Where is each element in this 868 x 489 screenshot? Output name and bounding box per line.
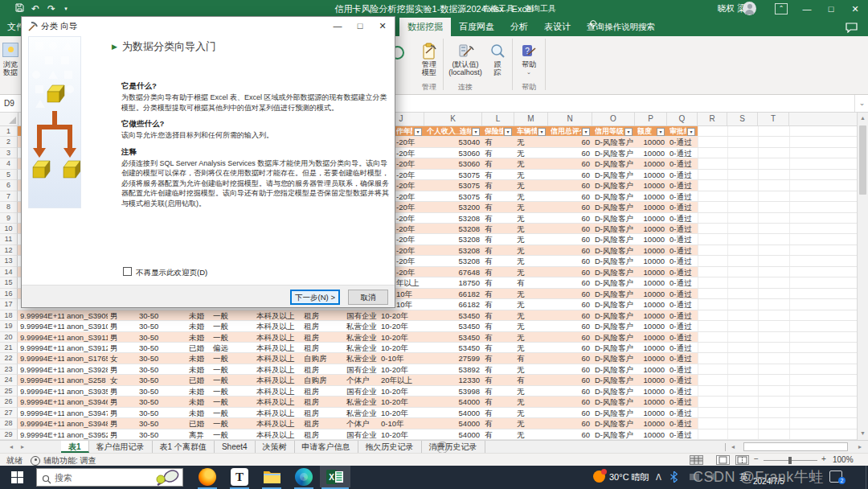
cell-O8[interactable]: D-风险客户 <box>592 202 635 212</box>
row-header-9[interactable]: 9 <box>0 213 18 224</box>
next-button[interactable]: 下一步(N) > <box>290 290 340 305</box>
cell-M2[interactable]: 无 <box>514 137 548 147</box>
cell-N29[interactable]: 60 <box>548 429 592 440</box>
cell-N21[interactable]: 60 <box>548 343 592 353</box>
row-header-29[interactable]: 29 <box>0 429 18 440</box>
cell-A27[interactable]: 9.99994E+11 <box>18 408 64 418</box>
cell-P11[interactable]: 10000 <box>635 234 667 244</box>
row-header-7[interactable]: 7 <box>0 191 18 202</box>
cell-O10[interactable]: D-风险客户 <box>592 224 635 234</box>
notification-icon[interactable]: 2 <box>829 471 842 483</box>
sheet-nav-right-icon[interactable]: ▸ <box>21 443 24 450</box>
cell-J19[interactable]: 10-20年 <box>379 321 424 331</box>
cell-J23[interactable]: 10-20年 <box>379 364 424 375</box>
cell-N11[interactable]: 60 <box>548 234 592 244</box>
cell-F28[interactable]: 一般 <box>211 418 254 429</box>
taskbar-search[interactable]: 搜索 <box>36 468 183 487</box>
cancel-button[interactable]: 取消 <box>348 290 388 305</box>
cell-A19[interactable]: 9.99994E+11 <box>18 321 64 331</box>
cell-P12[interactable]: 10000 <box>635 245 667 256</box>
cell-J28[interactable]: 0-10年 <box>379 418 424 429</box>
row-header-4[interactable]: 4 <box>0 158 18 169</box>
cell-J14[interactable]: -20年 <box>396 267 424 277</box>
row-header-26[interactable]: 26 <box>0 397 18 407</box>
cell-N24[interactable]: 60 <box>548 375 592 385</box>
cell-I24[interactable]: 个体户 <box>344 375 379 385</box>
cell-P5[interactable]: 10000 <box>635 170 667 180</box>
cell-J22[interactable]: 0-10年 <box>379 353 424 364</box>
cell-K22[interactable]: 27599 <box>424 353 482 364</box>
file-explorer-icon[interactable] <box>263 469 281 488</box>
cell-E18[interactable]: 未婚 <box>186 310 211 321</box>
cell-P17[interactable]: 10000 <box>635 299 667 310</box>
cell-P8[interactable]: 10000 <box>635 202 667 212</box>
cell-M20[interactable]: 无 <box>514 332 548 343</box>
sheet-tab-表1[interactable]: 表1 <box>61 441 89 453</box>
cell-Q2[interactable]: 0-通过 <box>667 137 698 147</box>
cell-P21[interactable]: 10000 <box>635 343 667 353</box>
cell-P23[interactable]: 10000 <box>635 364 667 375</box>
cell-Q22[interactable]: 0-通过 <box>667 353 698 364</box>
cell-H26[interactable]: 租房 <box>301 397 344 407</box>
cell-Q5[interactable]: 0-通过 <box>667 170 698 180</box>
cell-G28[interactable]: 本科及以上 <box>254 418 301 429</box>
cell-H29[interactable]: 租房 <box>301 429 344 440</box>
cell-J2[interactable]: -20年 <box>396 137 424 147</box>
cell-E22[interactable]: 未婚 <box>186 353 211 364</box>
cell-O25[interactable]: D-风险客户 <box>592 386 635 397</box>
cell-E27[interactable]: 未婚 <box>186 408 211 418</box>
cell-P27[interactable]: 10000 <box>635 408 667 418</box>
filter-button[interactable]: ▾ <box>504 128 512 136</box>
cell-I23[interactable]: 国有企业 <box>344 364 379 375</box>
page-layout-view-icon[interactable] <box>716 455 730 465</box>
cell-F19[interactable]: 一般 <box>211 321 254 331</box>
cell-C27[interactable]: 男 <box>108 408 137 418</box>
cell-O21[interactable]: D-风险客户 <box>592 343 635 353</box>
cell-P7[interactable]: 10000 <box>635 191 667 202</box>
cell-P24[interactable]: 10000 <box>635 375 667 385</box>
cell-J13[interactable]: -20年 <box>396 256 424 266</box>
sheet-tab-拖欠历史记录[interactable]: 拖欠历史记录 <box>358 441 422 453</box>
cell-I21[interactable]: 私营企业 <box>344 343 379 353</box>
cell-P4[interactable]: 10000 <box>635 158 667 169</box>
cell-L12[interactable]: 有 <box>482 245 514 256</box>
cell-J16[interactable]: 10年 <box>396 289 424 299</box>
cell-L21[interactable]: 有 <box>482 343 514 353</box>
cell-M18[interactable]: 无 <box>514 310 548 321</box>
cell-N28[interactable]: 60 <box>548 418 592 429</box>
undo-icon[interactable]: ↶ <box>29 2 42 15</box>
checkbox-icon[interactable] <box>123 267 132 276</box>
cell-Q8[interactable]: 0-通过 <box>667 202 698 212</box>
cell-H22[interactable]: 自购房 <box>301 353 344 364</box>
cell-C26[interactable]: 男 <box>108 397 137 407</box>
cell-E25[interactable]: 未婚 <box>186 386 211 397</box>
cell-P20[interactable]: 10000 <box>635 332 667 343</box>
cell-M9[interactable]: 无 <box>514 213 548 224</box>
cell-O27[interactable]: D-风险客户 <box>592 408 635 418</box>
zoom-in-icon[interactable]: + <box>821 454 826 463</box>
cell-M28[interactable]: 无 <box>514 418 548 429</box>
row-header-21[interactable]: 21 <box>0 343 18 353</box>
cell-N6[interactable]: 60 <box>548 180 592 191</box>
cell-C20[interactable]: 男 <box>108 332 137 343</box>
column-header-L[interactable]: L <box>482 113 514 125</box>
filter-button[interactable]: ▾ <box>414 128 422 136</box>
cell-J26[interactable]: 10-20年 <box>379 397 424 407</box>
cell-K5[interactable]: 53075 <box>424 170 482 180</box>
cell-O26[interactable]: D-风险客户 <box>592 397 635 407</box>
cell-J11[interactable]: -20年 <box>396 234 424 244</box>
cell-A22[interactable]: 9.99994E+11 <box>18 353 64 364</box>
cell-L4[interactable]: 有 <box>482 158 514 169</box>
cell-J18[interactable]: 10-20年 <box>379 310 424 321</box>
cell-Q19[interactable]: 0-通过 <box>667 321 698 331</box>
row-header-23[interactable]: 23 <box>0 364 18 375</box>
cell-L2[interactable]: 有 <box>482 137 514 147</box>
cell-K12[interactable]: 53208 <box>424 245 482 256</box>
cell-J4[interactable]: -20年 <box>396 158 424 169</box>
cell-N27[interactable]: 60 <box>548 408 592 418</box>
cell-Q23[interactable]: 0-通过 <box>667 364 698 375</box>
cell-O20[interactable]: D-风险客户 <box>592 332 635 343</box>
cell-O13[interactable]: D-风险客户 <box>592 256 635 266</box>
cell-L17[interactable]: 有 <box>482 299 514 310</box>
sheet-tab-客户信用记录[interactable]: 客户信用记录 <box>89 441 153 453</box>
